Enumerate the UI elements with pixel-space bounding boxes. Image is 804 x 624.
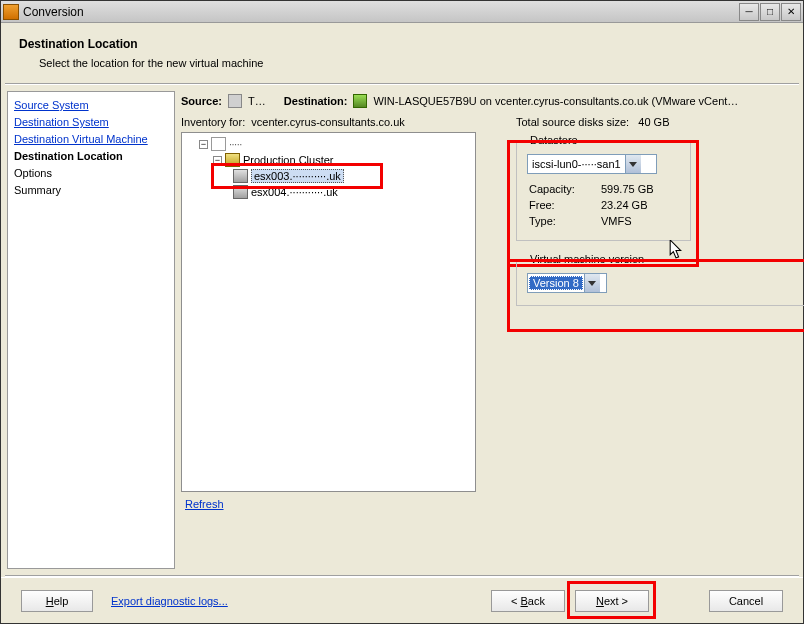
vm-version-select[interactable]: Version 8 <box>527 273 607 293</box>
step-source-system[interactable]: Source System <box>14 97 168 113</box>
source-value: T… <box>248 95 266 107</box>
vm-version-legend: Virtual machine version <box>527 253 647 265</box>
step-destination-system[interactable]: Destination System <box>14 114 168 130</box>
step-summary: Summary <box>14 182 168 198</box>
inventory-tree[interactable]: − ····· − Production Cluster esx003.····… <box>181 132 476 492</box>
cancel-button[interactable]: Cancel <box>709 590 783 612</box>
source-icon <box>228 94 242 108</box>
free-label: Free: <box>529 198 599 212</box>
datastore-properties: Capacity:599.75 GB Free:23.24 GB Type:VM… <box>527 180 656 230</box>
vm-version-selected: Version 8 <box>529 276 583 290</box>
wizard-window: Conversion ─ □ ✕ Destination Location Se… <box>0 0 804 624</box>
properties-column: Total source disks size: 40 GB Datastore… <box>516 116 804 510</box>
collapse-icon[interactable]: − <box>213 156 222 165</box>
disk-size-row: Total source disks size: 40 GB <box>516 116 804 128</box>
minimize-button[interactable]: ─ <box>739 3 759 21</box>
close-button[interactable]: ✕ <box>781 3 801 21</box>
destination-icon <box>353 94 367 108</box>
wizard-body: Source System Destination System Destina… <box>1 85 803 569</box>
datastore-selected: iscsi-lun0-·····san1 <box>528 158 625 170</box>
tree-host-esx003[interactable]: esx003.···········.uk <box>185 168 475 184</box>
content-panel: Source: T… Destination: WIN-LASQUE57B9U … <box>181 91 797 569</box>
source-label: Source: <box>181 95 222 107</box>
datacenter-label: ····· <box>229 138 242 150</box>
free-value: 23.24 GB <box>601 198 654 212</box>
tree-datacenter[interactable]: − ····· <box>185 136 475 152</box>
host-label: esx004.···········.uk <box>251 186 338 198</box>
vm-version-group: Virtual machine version Version 8 <box>516 253 804 306</box>
wizard-header: Destination Location Select the location… <box>1 23 803 77</box>
step-destination-location: Destination Location <box>14 148 168 164</box>
datastore-select[interactable]: iscsi-lun0-·····san1 <box>527 154 657 174</box>
host-label-selected: esx003.···········.uk <box>251 169 344 183</box>
collapse-icon[interactable]: − <box>199 140 208 149</box>
capacity-label: Capacity: <box>529 182 599 196</box>
steps-sidebar: Source System Destination System Destina… <box>7 91 175 569</box>
host-icon <box>233 185 248 199</box>
help-button[interactable]: Help <box>21 590 93 612</box>
disk-size-value: 40 GB <box>638 116 669 128</box>
dropdown-button[interactable] <box>584 274 600 292</box>
back-button[interactable]: < Back <box>491 590 565 612</box>
titlebar: Conversion ─ □ ✕ <box>1 1 803 23</box>
destination-label: Destination: <box>284 95 348 107</box>
inventory-host: vcenter.cyrus-consultants.co.uk <box>251 116 404 128</box>
chevron-down-icon <box>629 162 637 167</box>
datastore-legend: Datastore <box>527 134 581 146</box>
chevron-down-icon <box>588 281 596 286</box>
window-title: Conversion <box>23 5 738 19</box>
host-icon <box>233 169 248 183</box>
type-value: VMFS <box>601 214 654 228</box>
datastore-group: Datastore iscsi-lun0-·····san1 Capacity:… <box>516 134 691 241</box>
capacity-value: 599.75 GB <box>601 182 654 196</box>
highlight-box <box>507 259 804 332</box>
maximize-button[interactable]: □ <box>760 3 780 21</box>
inventory-column: Inventory for: vcenter.cyrus-consultants… <box>181 116 476 510</box>
cluster-icon <box>225 153 240 167</box>
refresh-link[interactable]: Refresh <box>185 498 224 510</box>
inventory-label: Inventory for: vcenter.cyrus-consultants… <box>181 116 476 128</box>
tree-cluster[interactable]: − Production Cluster <box>185 152 475 168</box>
type-label: Type: <box>529 214 599 228</box>
page-subtitle: Select the location for the new virtual … <box>39 57 785 69</box>
next-button[interactable]: Next > <box>575 590 649 612</box>
step-destination-vm[interactable]: Destination Virtual Machine <box>14 131 168 147</box>
cluster-label: Production Cluster <box>243 154 334 166</box>
destination-value: WIN-LASQUE57B9U on vcenter.cyrus-consult… <box>373 95 738 107</box>
source-destination-bar: Source: T… Destination: WIN-LASQUE57B9U … <box>181 91 797 116</box>
export-diagnostics-link[interactable]: Export diagnostic logs... <box>111 595 228 607</box>
page-title: Destination Location <box>19 37 785 51</box>
datacenter-icon <box>211 137 226 151</box>
tree-host-esx004[interactable]: esx004.···········.uk <box>185 184 475 200</box>
step-options: Options <box>14 165 168 181</box>
app-icon <box>3 4 19 20</box>
wizard-footer: Help Export diagnostic logs... < Back Ne… <box>1 577 803 623</box>
dropdown-button[interactable] <box>625 155 641 173</box>
